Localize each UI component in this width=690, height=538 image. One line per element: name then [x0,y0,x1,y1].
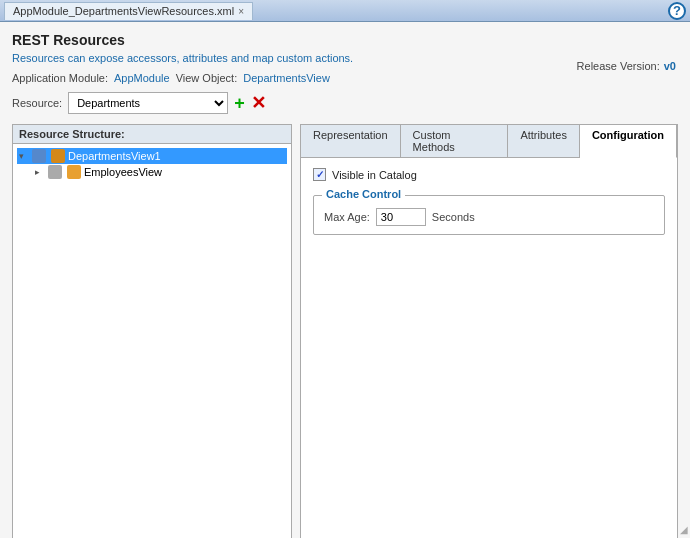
configuration-tab-content: ✓ Visible in Catalog Cache Control Max A… [301,158,677,538]
visible-in-catalog-checkbox[interactable]: ✓ [313,168,326,181]
tree-child-employees: ▸ EmployeesView [17,164,287,180]
tree-label-departments: DepartmentsView1 [68,150,161,162]
tree-area: ▾ DepartmentsView1 ▸ EmployeesView [13,144,291,538]
tab-attributes[interactable]: Attributes [508,125,579,157]
resource-row: Resource: Departments + ✕ [12,92,678,114]
max-age-label: Max Age: [324,211,370,223]
tree-label-employees: EmployeesView [84,166,162,178]
tab-custom-methods[interactable]: Custom Methods [401,125,509,157]
visible-in-catalog-row: ✓ Visible in Catalog [313,168,665,181]
remove-resource-button[interactable]: ✕ [251,94,266,112]
seconds-label: Seconds [432,211,475,223]
help-button[interactable]: ? [668,2,686,20]
app-module-label: Application Module: [12,72,108,84]
release-version-value[interactable]: v0 [664,60,676,72]
cache-control-legend: Cache Control [322,188,405,200]
meta-row: Application Module: AppModule View Objec… [12,72,678,84]
tree-item-departments[interactable]: ▾ DepartmentsView1 [17,148,287,164]
expand-icon-employees: ▸ [35,167,45,177]
editor-tab[interactable]: AppModule_DepartmentsViewResources.xml × [4,2,253,20]
max-age-input[interactable] [376,208,426,226]
db-icon-departments [32,149,46,163]
tab-configuration[interactable]: Configuration [580,125,677,158]
max-age-row: Max Age: Seconds [324,208,654,226]
resource-select[interactable]: Departments [68,92,228,114]
left-panel: Resource Structure: ▾ DepartmentsView1 ▸… [12,124,292,538]
view-object-link[interactable]: DepartmentsView [243,72,330,84]
add-resource-button[interactable]: + [234,94,245,112]
cache-control-group: Cache Control Max Age: Seconds [313,195,665,235]
visible-in-catalog-label: Visible in Catalog [332,169,417,181]
expand-icon-departments: ▾ [19,151,29,161]
main-content: Release Version: v0 REST Resources Resou… [0,22,690,538]
title-bar: AppModule_DepartmentsViewResources.xml ×… [0,0,690,22]
checkmark-icon: ✓ [316,169,324,180]
tabs-row: Representation Custom Methods Attributes… [301,125,677,158]
resource-structure-header: Resource Structure: [13,125,291,144]
version-area: Release Version: v0 [577,60,676,72]
view-icon-employees [67,165,81,179]
resource-label: Resource: [12,97,62,109]
tab-close-icon[interactable]: × [238,6,244,17]
resize-icon: ◢ [680,524,688,535]
view-icon-departments [51,149,65,163]
view-object-label: View Object: [176,72,238,84]
page-title: REST Resources [12,32,678,48]
tab-label: AppModule_DepartmentsViewResources.xml [13,5,234,17]
db-icon-employees [48,165,62,179]
tree-item-employees[interactable]: ▸ EmployeesView [33,164,287,180]
panels: Resource Structure: ▾ DepartmentsView1 ▸… [12,124,678,538]
right-panel: Representation Custom Methods Attributes… [300,124,678,538]
resize-handle[interactable]: ◢ [676,524,688,536]
release-version-label: Release Version: [577,60,660,72]
tab-representation[interactable]: Representation [301,125,401,157]
app-module-link[interactable]: AppModule [114,72,170,84]
